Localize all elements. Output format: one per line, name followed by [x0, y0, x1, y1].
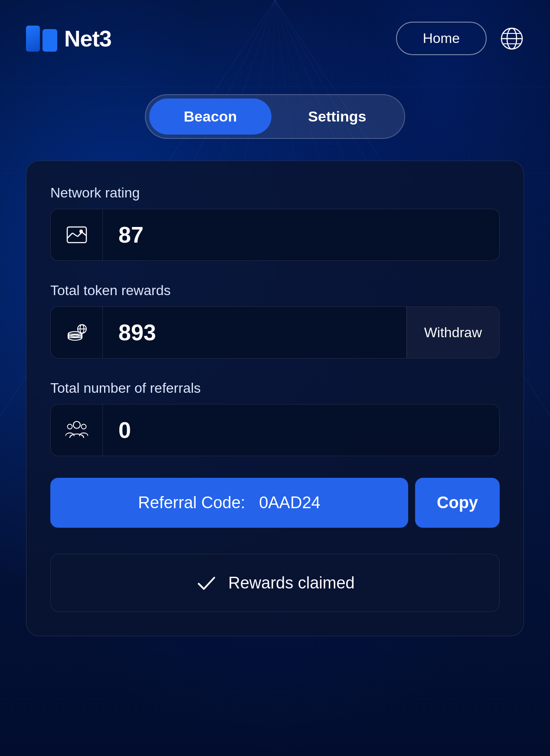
app-name: Net3: [64, 26, 111, 52]
network-rating-value: 87: [103, 222, 499, 248]
token-icon: [65, 321, 88, 344]
globe-icon[interactable]: [500, 26, 524, 51]
image-icon: [65, 224, 88, 246]
network-rating-box: 87: [50, 209, 500, 261]
svg-line-25: [82, 232, 86, 236]
referral-code-value: 0AAD24: [259, 493, 321, 512]
checkmark-icon: [195, 572, 218, 594]
people-icon: [65, 419, 88, 441]
rating-icon-wrap: [51, 209, 103, 260]
network-rating-section: Network rating 87: [50, 185, 500, 261]
token-rewards-value: 893: [103, 319, 406, 345]
token-rewards-box: 893 Withdraw: [50, 306, 500, 358]
token-rewards-label: Total token rewards: [50, 283, 500, 299]
home-button[interactable]: Home: [396, 22, 487, 55]
rewards-claimed-bar: Rewards claimed: [50, 554, 500, 612]
copy-button[interactable]: Copy: [415, 478, 500, 528]
logo: Net3: [26, 26, 111, 52]
header: Net3 Home: [26, 0, 524, 68]
svg-rect-15: [43, 29, 57, 52]
rewards-claimed-text: Rewards claimed: [228, 574, 354, 592]
svg-point-35: [81, 424, 86, 429]
withdraw-button[interactable]: Withdraw: [406, 307, 499, 358]
referrals-value: 0: [103, 417, 499, 443]
svg-line-22: [67, 233, 72, 238]
svg-point-26: [79, 230, 83, 233]
svg-rect-14: [26, 26, 40, 52]
svg-point-34: [67, 424, 72, 429]
tab-switcher: Beacon Settings: [145, 94, 406, 139]
tab-settings[interactable]: Settings: [273, 99, 401, 135]
referrals-section: Total number of referrals 0: [50, 380, 500, 456]
svg-point-33: [73, 421, 80, 428]
svg-line-23: [72, 233, 78, 237]
network-rating-label: Network rating: [50, 185, 500, 201]
tab-beacon[interactable]: Beacon: [149, 99, 272, 135]
referral-code-label: Referral Code:: [138, 493, 245, 512]
referrals-box: 0: [50, 404, 500, 456]
main-card: Network rating 87 Total token rewards: [26, 161, 524, 636]
referral-row: Referral Code: 0AAD24 Copy: [50, 478, 500, 528]
referral-code-button[interactable]: Referral Code: 0AAD24: [50, 478, 408, 528]
token-icon-wrap: [51, 307, 103, 358]
logo-icon: [26, 26, 57, 52]
referrals-icon-wrap: [51, 404, 103, 456]
header-right: Home: [396, 22, 524, 55]
referrals-label: Total number of referrals: [50, 380, 500, 396]
token-rewards-section: Total token rewards 893 Withdraw: [50, 283, 500, 358]
